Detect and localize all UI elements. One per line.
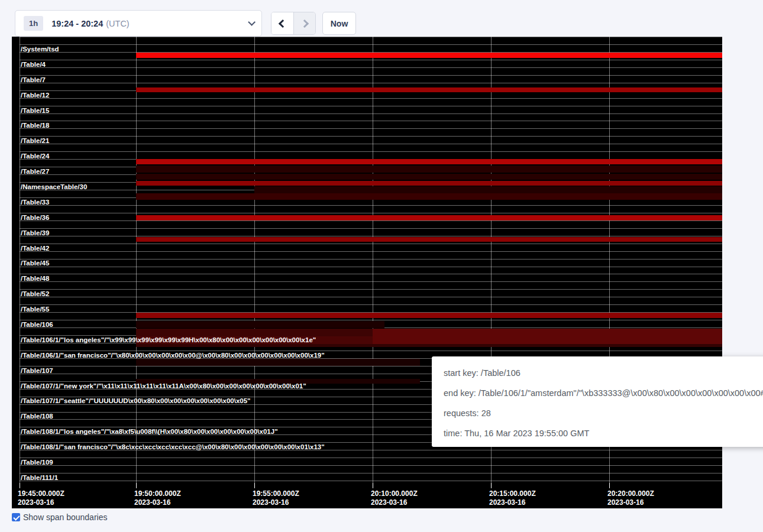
axis-date: 2023-03-16 [371,498,418,507]
show-span-boundaries-label: Show span boundaries [23,512,107,522]
row-label: /Table/27 [21,164,49,179]
now-button[interactable]: Now [322,12,356,35]
axis-time: 19:55:00.000Z [253,489,299,498]
axis-tick [20,483,20,488]
row-label: /Table/106 [21,317,53,332]
heat-band [136,193,722,200]
gridline [254,37,255,486]
axis-tick [491,483,492,488]
axis-tick [254,483,255,488]
row-label: /Table/106/1/"san francisco"/"\x80\x00\x… [21,348,325,363]
gridline [373,37,373,486]
heat-band [136,181,722,186]
time-range-selector[interactable]: 1h 19:24 - 20:24 (UTC) [15,10,262,37]
row-label: /Table/39 [21,225,49,241]
heat-band [136,166,722,173]
row-label: /Table/12 [21,87,49,103]
axis-time: 19:45:00.000Z [18,489,64,498]
row-label: /Table/107 [21,363,53,378]
row-label: /NamespaceTable/30 [21,179,87,194]
gridline [136,37,137,486]
row-label: /Table/33 [21,194,49,210]
row-label: /Table/4 [21,57,46,72]
axis-label: 20:15:00.000Z2023-03-16 [489,489,536,507]
row-label: /Table/108 [21,408,53,424]
time-range-text: 19:24 - 20:24 [51,19,103,28]
row-label: /Table/109 [21,455,53,470]
axis-label: 19:50:00.000Z2023-03-16 [134,489,181,507]
row-label: /Table/24 [21,148,49,164]
row-label: /Table/45 [21,255,49,271]
row-label: /Table/7 [21,72,46,87]
tooltip-requests: requests: 28 [444,403,757,423]
tooltip-end-key: end key: /Table/106/1/"amsterdam"/"\xb33… [444,383,757,403]
axis-time: 20:10:00.000Z [371,489,418,498]
toolbar: 1h 19:24 - 20:24 (UTC) Now [0,0,763,37]
tooltip-time: time: Thu, 16 Mar 2023 19:55:00 GMT [444,423,757,443]
time-nav-group [271,12,316,35]
row-label: /Table/15 [21,103,49,118]
timezone-text: (UTC) [106,19,129,28]
chevron-right-icon [300,19,309,27]
axis-label: 19:55:00.000Z2023-03-16 [253,489,299,507]
show-span-boundaries-checkbox[interactable] [12,513,20,521]
row-label: /Table/108/1/"san francisco"/"\x8c\xcc\x… [21,439,325,455]
row-label: /Table/111/1 [21,470,58,485]
chevron-down-icon [248,18,256,26]
axis-date: 2023-03-16 [489,498,536,507]
axis-date: 2023-03-16 [607,498,654,507]
row-label: /Table/36 [21,210,49,225]
heat-band [136,53,722,58]
heat-band [136,215,722,220]
show-span-boundaries-control[interactable]: Show span boundaries [12,512,107,522]
heat-band [136,313,722,318]
row-label: /Table/21 [21,133,49,148]
row-label: /Table/48 [21,271,49,286]
row-label: /Table/107/1/"new york"/"\x11\x11\x11\x1… [21,378,306,394]
axis-label: 20:10:00.000Z2023-03-16 [371,489,418,507]
axis-label: 19:45:00.000Z2023-03-16 [18,489,64,507]
row-label: /Table/108/1/"los angeles"/"\xa8\xf5\u00… [21,424,278,439]
axis-date: 2023-03-16 [134,498,181,507]
heat-band [136,159,722,164]
prev-time-button[interactable] [271,12,293,34]
axis-tick [609,483,610,488]
duration-badge: 1h [24,16,43,31]
axis-time: 19:50:00.000Z [134,489,181,498]
row-label: /Table/107/1/"seattle"/"UUUUUUD\x00\x80\… [21,393,251,408]
key-visualizer-canvas[interactable]: /System/tsd/Table/4/Table/7/Table/12/Tab… [12,37,722,508]
row-label: /Table/18 [21,118,49,133]
chevron-left-icon [278,19,286,27]
row-label: /System/tsd [21,41,59,57]
axis-tick [373,483,373,488]
axis-date: 2023-03-16 [18,498,64,507]
heat-band [373,329,722,344]
row-label: /Table/52 [21,286,49,301]
axis-time: 20:20:00.000Z [607,489,654,498]
heat-band [254,186,722,193]
tooltip-start-key: start key: /Table/106 [444,363,757,383]
axis-time: 20:15:00.000Z [489,489,536,498]
next-time-button[interactable] [293,12,315,34]
row-label: /Table/55 [21,301,49,317]
heat-band [136,237,722,242]
heat-band [136,87,722,92]
axis-tick [136,483,137,488]
gridline [20,37,20,486]
heat-band [136,174,722,180]
row-label: /Table/42 [21,241,49,256]
axis-date: 2023-03-16 [253,498,299,507]
axis-label: 20:20:00.000Z2023-03-16 [607,489,654,507]
row-label: /Table/106/1/"los angeles"/"\x99\x99\x99… [21,332,316,348]
hover-tooltip: start key: /Table/106 end key: /Table/10… [432,356,763,447]
heat-band [136,321,384,328]
